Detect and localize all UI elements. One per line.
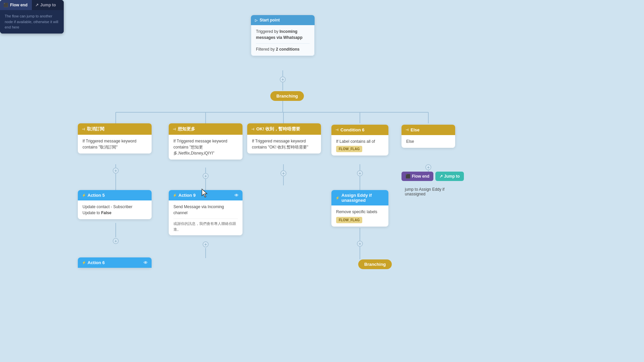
branch-else-title: Else	[411, 127, 420, 132]
action6-card: ⚡ Action 6 👁	[78, 257, 152, 268]
action5-subtitle: Update contact - Subscriber	[83, 204, 147, 210]
connectors	[0, 0, 644, 362]
branch-ok-body: If Triggered message keyword contains "O…	[247, 135, 321, 154]
plus-below-more[interactable]: +	[203, 173, 209, 179]
right-action-buttons: ⬛ Flow end ↗ Jump to	[401, 172, 464, 181]
action6-title: Action 6	[88, 260, 105, 265]
jump-to-label: Jump to	[40, 3, 56, 7]
branch-more-condition: If Triggered message keyword contains "想…	[173, 139, 227, 156]
branching-main-label: Branching	[276, 94, 298, 99]
branch-cancel-header: ⊣ 取消訂閱	[78, 123, 152, 135]
trigger-label: Triggered by	[256, 29, 278, 34]
action9-subtitle: Send Message via Incoming channel	[173, 204, 238, 216]
branch-ok-icon: ⊣	[251, 127, 254, 131]
start-point-card: ▷ Start point Triggered by Incoming mess…	[251, 15, 315, 56]
branch-cond6-title: Condition 6	[340, 127, 365, 132]
jump-to-description: jump to Assign Eddy if unassigned	[405, 187, 444, 196]
branch-card-cond6: ⊣ Condition 6 If Label contains all of F…	[331, 125, 388, 156]
plus-below-assign[interactable]: +	[357, 241, 363, 247]
assign-flow-flag: FLOW_FLAG	[336, 217, 362, 223]
flow-end-card: ⬛ Flow end ↗ Jump to The flow can jump t…	[0, 0, 64, 34]
eye-icon[interactable]: 👁	[234, 193, 238, 198]
branch-ok-condition: If Triggered message keyword contains "O…	[252, 139, 308, 149]
branching-main-node[interactable]: Branching	[270, 91, 304, 101]
plus-after-start[interactable]: +	[280, 76, 286, 82]
branch-else-icon: ⊣	[406, 128, 409, 132]
assign-eddy-body: Remove specific labels FLOW_FLAG	[331, 205, 388, 227]
action6-header[interactable]: ⚡ Action 6 👁	[78, 257, 152, 268]
right-jump-to-btn[interactable]: ↗ Jump to	[435, 172, 464, 181]
start-point-header: ▷ Start point	[251, 15, 315, 25]
action5-header[interactable]: ⚡ Action 5	[78, 190, 152, 200]
branch-card-else: ⊣ Else Else	[401, 125, 455, 148]
flow-end-header: ⬛ Flow end ↗ Jump to	[0, 0, 64, 10]
branch-ok-header: ⊣ OK! 收到，暫時唔需要	[247, 123, 321, 135]
branching-bottom-node[interactable]: Branching	[358, 259, 392, 269]
flow-end-btn[interactable]: ⬛ Flow end	[0, 0, 32, 10]
flow-end-label: Flow end	[10, 3, 28, 7]
action9-message: 或謝你的訊息，我們會有專人聯絡你跟進。	[173, 219, 238, 232]
jump-to-btn[interactable]: ↗ Jump to	[32, 0, 64, 10]
flow-canvas: ▷ Start point Triggered by Incoming mess…	[0, 0, 644, 362]
filter-value: 2 conditions	[276, 47, 300, 52]
assign-eddy-header[interactable]: ⚡ Assign Eddy if unassigned	[331, 190, 388, 205]
branch-cond6-icon: ⊣	[335, 128, 338, 132]
assign-eddy-card: ⚡ Assign Eddy if unassigned Remove speci…	[331, 190, 388, 227]
action6-eye-icon[interactable]: 👁	[144, 260, 148, 265]
filter-line: Filtered by 2 conditions	[256, 43, 310, 52]
flow-flag-badge: FLOW_FLAG	[336, 146, 362, 152]
jump-to-icon: ↗	[35, 3, 39, 7]
branch-cond6-header: ⊣ Condition 6	[331, 125, 388, 135]
branch-more-header: ⊣ 想知更多	[169, 123, 243, 135]
start-icon: ▷	[255, 18, 258, 22]
action9-card: ⚡ Action 9 👁 Send Message via Incoming c…	[169, 190, 243, 235]
action9-title: Action 9	[178, 193, 196, 198]
branch-more-body: If Triggered message keyword contains "想…	[169, 135, 243, 160]
trigger-line: Triggered by Incoming messages via Whats…	[256, 28, 310, 41]
branch-else-body: Else	[401, 135, 455, 148]
branch-icon: ⊣	[82, 127, 85, 131]
flow-end-body: The flow can jump to another node if ava…	[0, 10, 64, 34]
branch-card-ok: ⊣ OK! 收到，暫時唔需要 If Triggered message keyw…	[247, 123, 321, 154]
plus-below-cond6[interactable]: +	[357, 170, 363, 176]
right-flow-end-icon: ⬛	[406, 174, 411, 179]
branch-cond6-body: If Label contains all of FLOW_FLAG	[331, 135, 388, 156]
branch-ok-title: OK! 收到，暫時唔需要	[256, 126, 300, 132]
action5-card: ⚡ Action 5 Update contact - Subscriber U…	[78, 190, 152, 219]
assign-body-text: Remove specific labels	[336, 209, 384, 215]
right-jump-to-icon: ↗	[439, 174, 443, 179]
right-flow-end-label: Flow end	[412, 174, 429, 179]
assign-icon: ⚡	[335, 196, 339, 200]
flow-end-description: The flow can jump to another node if ava…	[5, 14, 58, 29]
action5-detail: Update to False	[83, 210, 147, 216]
plus-below-else[interactable]: +	[425, 164, 431, 170]
start-point-title: Start point	[260, 18, 280, 22]
assign-title: Assign Eddy if unassigned	[341, 193, 384, 203]
branch-cond6-condition: If Label contains all of	[336, 138, 384, 144]
branch-cancel-body: If Triggered message keyword contains "取…	[78, 135, 152, 154]
branch-cancel-condition: If Triggered message keyword contains "取…	[83, 139, 137, 149]
plus-below-action5[interactable]: +	[113, 238, 119, 244]
plus-below-ok[interactable]: +	[280, 170, 286, 176]
flow-end-icon: ⬛	[3, 3, 8, 7]
branch-more-icon: ⊣	[173, 127, 176, 131]
right-jump-to-label: Jump to	[444, 174, 460, 179]
filter-label: Filtered by	[256, 47, 275, 52]
right-flow-end-btn[interactable]: ⬛ Flow end	[401, 172, 433, 181]
branching-bottom-label: Branching	[364, 262, 386, 267]
plus-below-action9[interactable]: +	[203, 241, 209, 247]
start-point-body: Triggered by Incoming messages via Whats…	[251, 25, 315, 56]
jump-to-text: jump to Assign Eddy if unassigned	[405, 187, 453, 196]
plus-below-cancel[interactable]: +	[113, 168, 119, 174]
branch-else-condition: Else	[406, 139, 414, 144]
branch-card-more: ⊣ 想知更多 If Triggered message keyword cont…	[169, 123, 243, 160]
action9-body: Send Message via Incoming channel 或謝你的訊息…	[169, 200, 243, 235]
branch-else-header: ⊣ Else	[401, 125, 455, 135]
branch-cancel-title: 取消訂閱	[87, 126, 104, 132]
branch-card-cancel: ⊣ 取消訂閱 If Triggered message keyword cont…	[78, 123, 152, 154]
branch-more-title: 想知更多	[178, 126, 195, 132]
action5-title: Action 5	[88, 193, 105, 198]
action5-body: Update contact - Subscriber Update to Fa…	[78, 200, 152, 219]
action9-header[interactable]: ⚡ Action 9 👁	[169, 190, 243, 200]
action9-icon: ⚡	[173, 193, 177, 197]
